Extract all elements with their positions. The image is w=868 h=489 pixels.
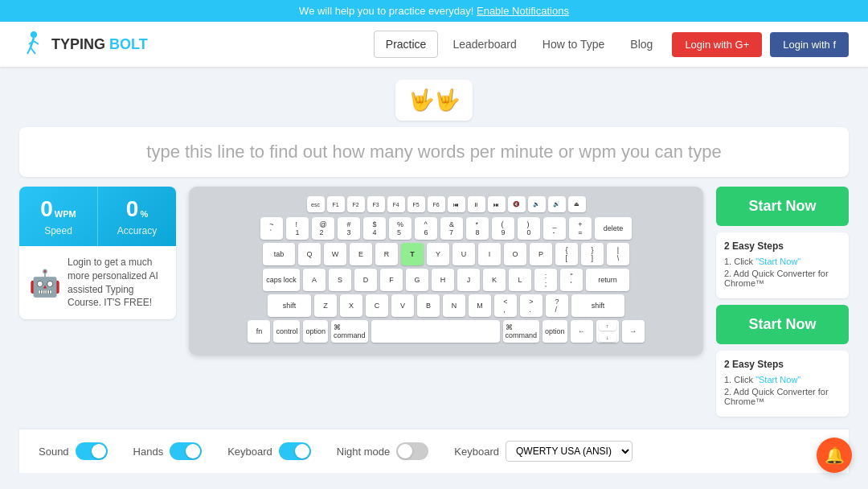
key-k[interactable]: K — [483, 269, 506, 291]
key-z[interactable]: Z — [314, 294, 337, 317]
key-s[interactable]: S — [329, 269, 351, 291]
key-f8[interactable]: ⏸ — [468, 196, 485, 212]
key-q[interactable]: Q — [298, 243, 321, 265]
key-comma[interactable]: <, — [494, 294, 517, 317]
key-j[interactable]: J — [457, 269, 480, 291]
key-cmd-left[interactable]: ⌘command — [331, 320, 368, 343]
key-shift-left[interactable]: shift — [268, 294, 311, 317]
key-f[interactable]: F — [380, 269, 403, 291]
key-h[interactable]: H — [432, 269, 454, 291]
key-e[interactable]: E — [350, 243, 372, 265]
key-3[interactable]: #3 — [338, 217, 360, 240]
step1-link-1[interactable]: "Start Now" — [755, 257, 800, 266]
key-g[interactable]: G — [406, 269, 428, 291]
key-a[interactable]: A — [303, 269, 326, 291]
key-6[interactable]: ^6 — [415, 217, 437, 240]
nav-how-to-type[interactable]: How to Type — [531, 31, 616, 57]
key-rbracket[interactable]: }] — [581, 243, 604, 265]
key-i[interactable]: I — [478, 243, 501, 265]
key-backspace[interactable]: delete — [595, 217, 632, 240]
key-v[interactable]: V — [391, 294, 414, 317]
key-eject[interactable]: ⏏ — [568, 196, 586, 212]
key-n[interactable]: N — [443, 294, 465, 317]
key-f1[interactable]: F1 — [327, 196, 345, 212]
key-semicolon[interactable]: :; — [534, 269, 557, 291]
key-shift-right[interactable]: shift — [571, 294, 624, 317]
key-7[interactable]: &7 — [440, 217, 463, 240]
key-2[interactable]: @2 — [312, 217, 334, 240]
key-r[interactable]: R — [375, 243, 398, 265]
key-up[interactable]: ↑ — [599, 321, 616, 331]
key-f6[interactable]: F6 — [428, 196, 445, 212]
key-5[interactable]: %5 — [389, 217, 411, 240]
key-esc[interactable]: esc — [307, 196, 325, 212]
key-period[interactable]: >. — [520, 294, 542, 317]
keyboard-select[interactable]: QWERTY USA (ANSI) — [506, 441, 633, 462]
key-f11[interactable]: 🔉 — [528, 196, 546, 212]
key-w[interactable]: W — [324, 243, 346, 265]
key-control[interactable]: control — [273, 320, 300, 343]
sound-toggle[interactable] — [76, 442, 108, 460]
login-google-button[interactable]: Login with G+ — [672, 32, 762, 57]
content-row: 0WPM Speed 0% Accuracy 🤖 Login to get a … — [19, 187, 849, 417]
enable-notifications-link[interactable]: Enable Notifications — [477, 5, 569, 17]
key-alt-right[interactable]: option — [542, 320, 567, 343]
key-y[interactable]: Y — [427, 243, 449, 265]
key-down[interactable]: ↓ — [599, 332, 616, 342]
key-fn[interactable]: fn — [248, 320, 270, 343]
hands-toggle[interactable] — [170, 442, 202, 460]
key-f12[interactable]: 🔊 — [548, 196, 566, 212]
night-mode-toggle[interactable] — [396, 442, 428, 460]
key-minus[interactable]: _- — [543, 217, 566, 240]
key-l[interactable]: L — [509, 269, 531, 291]
typing-area[interactable]: type this line to find out how many word… — [19, 127, 849, 177]
key-d[interactable]: D — [354, 269, 377, 291]
key-tab[interactable]: tab — [263, 243, 295, 265]
keyboard-toggle[interactable] — [279, 442, 311, 460]
key-b[interactable]: B — [417, 294, 440, 317]
nav-blog[interactable]: Blog — [619, 31, 664, 57]
key-x[interactable]: X — [340, 294, 362, 317]
key-p[interactable]: P — [530, 243, 552, 265]
key-f4[interactable]: F4 — [387, 196, 405, 212]
start-now-button-1[interactable]: Start Now — [716, 187, 849, 226]
login-facebook-button[interactable]: Login with f — [770, 32, 849, 57]
key-f9[interactable]: ⏭ — [488, 196, 506, 212]
key-left[interactable]: ← — [571, 320, 593, 343]
key-8[interactable]: *8 — [466, 217, 489, 240]
key-cmd-right[interactable]: ⌘command — [503, 320, 540, 343]
key-f10[interactable]: 🔇 — [508, 196, 526, 212]
key-9[interactable]: (9 — [492, 217, 514, 240]
key-f2[interactable]: F2 — [347, 196, 365, 212]
key-slash[interactable]: ?/ — [546, 294, 568, 317]
key-lbracket[interactable]: {[ — [555, 243, 578, 265]
key-caps[interactable]: caps lock — [263, 269, 300, 291]
key-return[interactable]: return — [586, 269, 629, 291]
key-c[interactable]: C — [366, 294, 388, 317]
key-equals[interactable]: += — [569, 217, 592, 240]
key-f7[interactable]: ⏮ — [448, 196, 465, 212]
key-m[interactable]: M — [469, 294, 491, 317]
nav-leaderboard[interactable]: Leaderboard — [441, 31, 527, 57]
number-row: ~` !1 @2 #3 $4 %5 ^6 &7 *8 (9 )0 _- += d… — [199, 217, 694, 240]
key-t[interactable]: T — [401, 243, 424, 265]
key-f5[interactable]: F5 — [407, 196, 425, 212]
key-0[interactable]: )0 — [518, 217, 540, 240]
step1-link-2[interactable]: "Start Now" — [755, 375, 800, 384]
key-u[interactable]: U — [452, 243, 475, 265]
key-f3[interactable]: F3 — [367, 196, 385, 212]
key-tilde[interactable]: ~` — [260, 217, 283, 240]
key-alt-left[interactable]: option — [303, 320, 328, 343]
nav-practice[interactable]: Practice — [374, 31, 439, 58]
key-o[interactable]: O — [504, 243, 526, 265]
key-quote[interactable]: "' — [560, 269, 583, 291]
notification-bell[interactable]: 🔔 — [817, 438, 852, 473]
key-space[interactable] — [371, 320, 500, 343]
key-4[interactable]: $4 — [363, 217, 386, 240]
key-right[interactable]: → — [622, 320, 645, 343]
keyboard-select-group: Keyboard QWERTY USA (ANSI) — [454, 441, 633, 462]
start-now-button-2[interactable]: Start Now — [716, 305, 849, 344]
typing-prompt-text: type this line to find out how many word… — [146, 142, 721, 162]
key-backslash[interactable]: |\ — [607, 243, 629, 265]
key-1[interactable]: !1 — [286, 217, 309, 240]
